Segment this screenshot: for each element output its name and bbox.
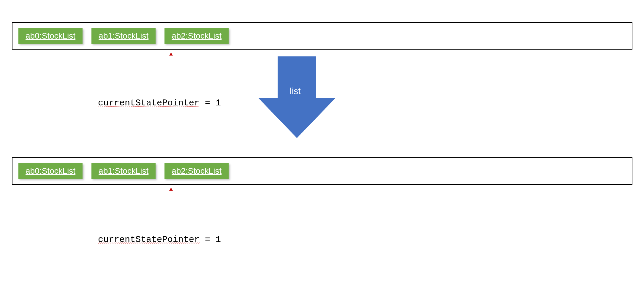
pointer-var-value: = 1 <box>200 235 221 245</box>
transition-arrow-label: list <box>290 86 301 96</box>
stock-item: ab0:StockList <box>18 28 83 44</box>
pointer-arrow-bottom <box>171 190 171 229</box>
transition-arrow <box>258 56 336 138</box>
top-state-container: ab0:StockList ab1:StockList ab2:StockLis… <box>12 22 632 50</box>
stock-item: ab2:StockList <box>164 163 229 179</box>
bottom-state-container: ab0:StockList ab1:StockList ab2:StockLis… <box>12 157 632 185</box>
stock-item: ab1:StockList <box>91 28 156 44</box>
stock-item: ab2:StockList <box>164 28 229 44</box>
stock-item: ab0:StockList <box>18 163 83 179</box>
pointer-var-value: = 1 <box>200 98 221 108</box>
svg-marker-0 <box>258 56 336 138</box>
pointer-var-name: currentStatePointer <box>98 98 200 108</box>
pointer-arrow-top <box>171 55 171 94</box>
stock-item: ab1:StockList <box>91 163 156 179</box>
pointer-var-name: currentStatePointer <box>98 235 200 245</box>
pointer-label-bottom: currentStatePointer = 1 <box>98 235 221 245</box>
pointer-label-top: currentStatePointer = 1 <box>98 98 221 108</box>
